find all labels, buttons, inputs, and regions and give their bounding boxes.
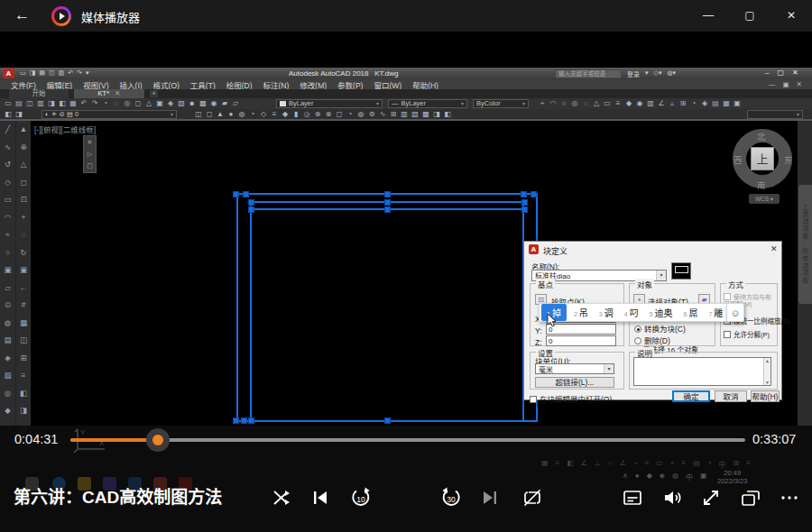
radio-convert[interactable]: 转换为块(C): [634, 323, 686, 334]
acad-logo-icon[interactable]: A: [3, 69, 14, 78]
toolbar-icon[interactable]: ◇: [259, 109, 268, 120]
toolbar-icon[interactable]: ▧: [411, 109, 420, 120]
toolbar-icon[interactable]: +: [538, 98, 547, 109]
forward-30-button[interactable]: 30: [440, 487, 462, 509]
tool-icon[interactable]: ◨: [20, 402, 27, 420]
toolbar-icon[interactable]: ∠: [657, 98, 666, 109]
toolbar-icon[interactable]: ◧: [443, 109, 452, 120]
tab-document[interactable]: KT*✕: [74, 89, 144, 98]
maximize-button[interactable]: ▢: [729, 0, 770, 32]
toolbar-icon[interactable]: ▦: [722, 98, 731, 109]
toolbar-icon[interactable]: ◫: [25, 98, 34, 109]
fullscreen-button[interactable]: [700, 487, 722, 509]
viewcube-west[interactable]: 西: [734, 153, 743, 166]
help-button[interactable]: 帮助(H): [751, 390, 780, 402]
acad-titlebar-icon[interactable]: ▾: [645, 69, 649, 78]
toolbar-icon[interactable]: ◔: [689, 98, 698, 109]
toolbar-icon[interactable]: ≡: [270, 109, 279, 120]
qat-icon[interactable]: ↷: [77, 69, 82, 77]
toolbar-icon[interactable]: ⊗: [324, 109, 333, 120]
tool-icon[interactable]: ▲: [20, 121, 27, 139]
ime-candidate-bar[interactable]: 1掉 2吊 3调 4叼 5迪奥 6屌 7雕 ›: [539, 303, 743, 322]
grip[interactable]: [521, 206, 528, 213]
color-bylayer-dropdown[interactable]: ByLayer▾: [276, 99, 383, 108]
dialog-close-icon[interactable]: ✕: [770, 244, 778, 253]
tool-icon[interactable]: ▣: [20, 261, 27, 280]
toolbar-icon[interactable]: ▱: [231, 98, 240, 109]
viewcube-north[interactable]: 北: [757, 130, 766, 142]
repeat-off-button[interactable]: [521, 487, 543, 509]
menu-item[interactable]: 帮助(H): [407, 79, 444, 90]
tool-icon[interactable]: +: [22, 209, 26, 227]
toolbar-icon[interactable]: ◶: [302, 109, 311, 120]
toolbar-icon[interactable]: ◧: [58, 98, 67, 109]
toolbar-icon[interactable]: ◻: [335, 109, 344, 120]
toolbar-icon[interactable]: ◨: [432, 109, 441, 120]
toolbar-icon[interactable]: △: [144, 98, 153, 109]
grip[interactable]: [384, 417, 391, 424]
block-unit-dropdown[interactable]: 毫米▾: [535, 363, 614, 374]
acad-menubar[interactable]: 文件(F)编辑(E)视图(V)插入(I)格式(O)工具(T)绘图(D)标注(N)…: [0, 79, 812, 89]
toolbar-icon[interactable]: ▥: [36, 98, 45, 109]
toolbar-icon[interactable]: ▭: [4, 98, 13, 109]
toolbar-icon[interactable]: ◨: [47, 98, 56, 109]
ime-candidate[interactable]: 5迪奥: [644, 304, 678, 321]
qat-icon[interactable]: ▭: [20, 69, 26, 77]
toolbar-icon[interactable]: ◍: [237, 109, 246, 120]
toolbar-icon[interactable]: ↷: [90, 98, 99, 109]
toolbar-icon[interactable]: ◌: [112, 98, 121, 109]
acad-quick-access-toolbar[interactable]: ▭◨▤◫▥↶↷▾: [20, 69, 88, 77]
video-frame[interactable]: A ▭◨▤◫▥↶↷▾ Autodesk AutoCAD 2018 KT.dwg …: [0, 32, 812, 428]
qat-icon[interactable]: ▥: [59, 69, 65, 77]
toolbar-icon[interactable]: ◉: [209, 98, 218, 109]
tool-icon[interactable]: ◠: [5, 209, 11, 227]
toolbar-icon[interactable]: ▭: [603, 98, 612, 109]
progress-thumb[interactable]: [146, 428, 170, 452]
toolbar-icon[interactable]: ◎: [570, 98, 579, 109]
toolbar2-left-icons[interactable]: ◧◨: [4, 109, 23, 120]
grip[interactable]: [384, 206, 391, 213]
toolbar-icon[interactable]: ◔: [248, 109, 257, 120]
cancel-button[interactable]: 取消: [715, 390, 747, 402]
viewcube-top-face[interactable]: 上: [751, 147, 774, 170]
mini-toolbar-icon[interactable]: ▷: [88, 148, 92, 160]
toolbar-icon[interactable]: ▲: [216, 109, 225, 120]
grip[interactable]: [248, 199, 254, 206]
toolbar-icon[interactable]: ◨: [14, 109, 23, 120]
toolbar1b-icons[interactable]: +◠○◎◌△▭≡◆◉▥∠▵⊞◔◈▤▦▣: [538, 98, 742, 109]
signin-label[interactable]: 登录: [627, 69, 640, 78]
toolbar-icon[interactable]: ▵: [668, 98, 677, 109]
tool-icon[interactable]: ⊕: [20, 139, 26, 157]
tool-icon[interactable]: ▱: [5, 280, 11, 298]
selected-line[interactable]: [236, 193, 238, 422]
selected-line[interactable]: [250, 201, 252, 422]
tool-icon[interactable]: ↻: [20, 244, 26, 262]
textarea-scrollbar[interactable]: ▲▼: [763, 358, 770, 385]
toolbar-icon[interactable]: ∿: [378, 109, 387, 120]
toolbar-icon[interactable]: ◠: [549, 98, 558, 109]
toolbar-icon[interactable]: ▤: [14, 98, 23, 109]
toolbar-icon[interactable]: △: [592, 98, 601, 109]
tool-icon[interactable]: ◌: [21, 226, 25, 244]
layer-dropdown[interactable]: ◐ ☀ ⊘ ▤ 0▾: [42, 110, 177, 119]
grip[interactable]: [384, 199, 391, 206]
grip[interactable]: [241, 417, 247, 424]
doc-minimize-icon[interactable]: —: [769, 80, 776, 88]
toolbar-icon[interactable]: ◈: [166, 98, 175, 109]
menu-item[interactable]: 窗口(W): [368, 79, 407, 90]
floating-mini-toolbar[interactable]: ✕▷▢: [83, 135, 97, 173]
mini-toolbar-icon[interactable]: ▢: [87, 160, 93, 171]
qat-icon[interactable]: ◨: [30, 69, 36, 77]
hyperlink-button[interactable]: 超链接(L)...: [535, 377, 614, 388]
toolbar-icon[interactable]: ⊕: [313, 109, 322, 120]
qat-icon[interactable]: ◫: [49, 69, 55, 77]
toolbar2-icons[interactable]: ◫◻▲●◍◔◇≡◆▮◶⊕⊗◻◔◍⊚∿⊞▥▧▩◨◧: [194, 109, 452, 120]
viewcube-south[interactable]: 南: [757, 179, 766, 191]
grip[interactable]: [521, 191, 527, 197]
ime-candidate[interactable]: 7雕: [703, 304, 728, 321]
acad-window-buttons[interactable]: – ▢ ✕: [765, 69, 798, 77]
draw-tool-palette[interactable]: ╱∿↺◇▭◠≈○▣▱⊙◍▤◈▧◎◆A: [0, 121, 15, 457]
tool-icon[interactable]: ←: [20, 280, 28, 298]
toolbar-icon[interactable]: ○: [559, 98, 568, 109]
grip[interactable]: [233, 191, 239, 197]
